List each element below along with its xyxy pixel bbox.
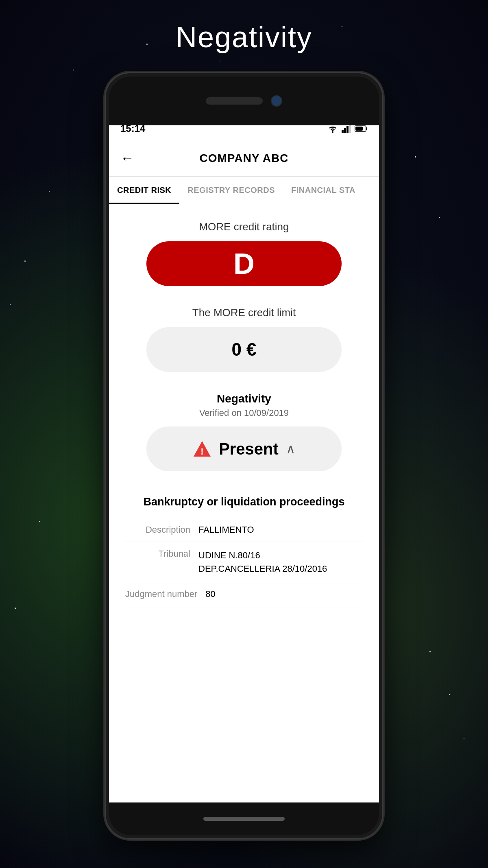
svg-rect-6 xyxy=(366,127,367,130)
phone-screen: 15:14 xyxy=(109,117,379,802)
judgment-value: 80 xyxy=(205,589,363,599)
svg-text:!: ! xyxy=(200,446,203,457)
bankruptcy-title: Bankruptcy or liquidation proceedings xyxy=(125,496,363,508)
back-button[interactable]: ← xyxy=(120,150,134,166)
tab-credit-risk[interactable]: CREDIT RISK xyxy=(109,177,179,204)
svg-rect-1 xyxy=(342,130,344,133)
credit-rating-badge: D xyxy=(146,241,342,286)
svg-rect-3 xyxy=(346,126,349,133)
tab-financial-sta[interactable]: FINANCIAL STA xyxy=(283,177,364,204)
negativity-verified-date: Verified on 10/09/2019 xyxy=(121,408,367,418)
credit-limit-label: The MORE credit limit xyxy=(121,306,367,319)
detail-row-tribunal: Tribunal UDINE N.80/16DEP.CANCELLERIA 28… xyxy=(125,542,363,582)
signal-icon xyxy=(342,124,351,133)
page-title: Negativity xyxy=(176,20,312,54)
negativity-status-text: Present xyxy=(219,440,279,458)
home-indicator xyxy=(203,817,285,821)
speaker xyxy=(206,97,263,105)
detail-row-description: Description FALLIMENTO xyxy=(125,518,363,542)
detail-row-judgment: Judgment number 80 xyxy=(125,582,363,606)
svg-rect-2 xyxy=(344,128,346,133)
tab-registry-records[interactable]: REGISTRY RECORDS xyxy=(179,177,283,204)
credit-limit-badge: 0 € xyxy=(146,327,342,372)
phone-inner: 15:14 xyxy=(109,77,379,835)
phone-frame: 15:14 xyxy=(106,73,382,838)
warning-icon: ! xyxy=(193,439,211,458)
chevron-up-icon[interactable]: ∧ xyxy=(286,441,295,457)
negativity-title: Negativity xyxy=(121,392,367,405)
phone-bottom xyxy=(109,802,379,835)
credit-rating-value: D xyxy=(233,247,255,280)
tribunal-label: Tribunal xyxy=(125,549,198,559)
wifi-icon xyxy=(327,124,338,133)
tab-bar: CREDIT RISK REGISTRY RECORDS FINANCIAL S… xyxy=(109,177,379,204)
app-header: ← COMPANY ABC xyxy=(109,140,379,177)
svg-point-0 xyxy=(332,131,333,133)
battery-icon xyxy=(355,125,368,132)
negativity-status-badge[interactable]: ! Present ∧ xyxy=(146,426,342,471)
bankruptcy-section: Bankruptcy or liquidation proceedings De… xyxy=(121,488,367,614)
description-label: Description xyxy=(125,525,198,535)
phone-top-bar xyxy=(109,77,379,125)
credit-limit-value: 0 € xyxy=(231,339,256,360)
tribunal-value: UDINE N.80/16DEP.CANCELLERIA 28/10/2016 xyxy=(198,549,363,575)
camera xyxy=(271,95,282,107)
content-area: MORE credit rating D The MORE credit lim… xyxy=(109,204,379,631)
negativity-section: Negativity Verified on 10/09/2019 xyxy=(121,392,367,418)
svg-rect-4 xyxy=(349,124,351,133)
svg-rect-7 xyxy=(355,127,363,131)
description-value: FALLIMENTO xyxy=(198,525,363,535)
status-icons xyxy=(327,124,368,133)
credit-rating-label: MORE credit rating xyxy=(121,221,367,233)
judgment-label: Judgment number xyxy=(125,589,205,599)
company-name: COMPANY ABC xyxy=(142,152,346,165)
